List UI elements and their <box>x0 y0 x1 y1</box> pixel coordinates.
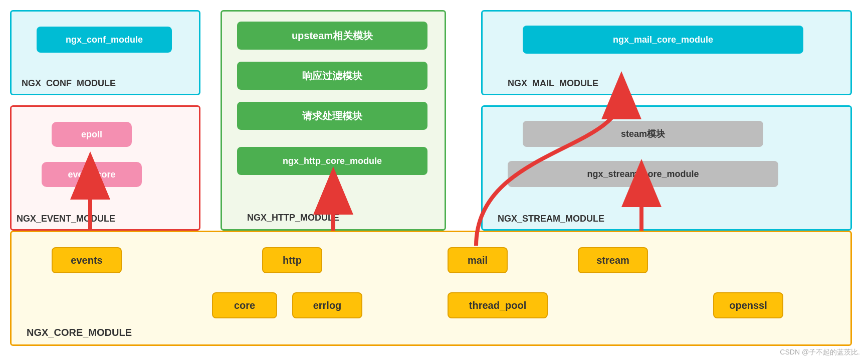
core-module-label: NGX_CORE_MODULE <box>27 327 132 338</box>
openssl-pill: openssl <box>713 292 783 318</box>
conf-module-box: ngx_conf_module NGX_CONF_MODULE <box>10 10 200 95</box>
filter-pill: 响应过滤模块 <box>237 62 427 90</box>
ngx-http-core-pill: ngx_http_core_module <box>237 147 427 175</box>
errlog-pill: errlog <box>292 292 362 318</box>
steam-module-pill: steam模块 <box>523 121 763 147</box>
ngx-stream-core-pill: ngx_stream_core_module <box>508 161 778 187</box>
main-container: NGX_CORE_MODULE events http mail stream … <box>0 0 868 361</box>
mail-module-box: ngx_mail_core_module NGX_MAIL_MODULE <box>481 10 852 95</box>
stream-module-box: steam模块 ngx_stream_core_module NGX_STREA… <box>481 105 852 231</box>
event-module-label: NGX_EVENT_MODULE <box>17 214 115 224</box>
watermark: CSDN @子不起的蓝茨比. <box>780 348 860 357</box>
upstream-pill: upsteam相关模块 <box>237 22 427 50</box>
ngx-mail-core-pill: ngx_mail_core_module <box>523 26 803 54</box>
epoll-pill: epoll <box>52 122 132 147</box>
mail-module-label: NGX_MAIL_MODULE <box>508 78 598 89</box>
http-module-label: NGX_HTTP_MODULE <box>247 213 339 223</box>
core-pill: core <box>212 292 277 318</box>
mail-pill: mail <box>448 247 508 273</box>
stream-pill: stream <box>578 247 648 273</box>
conf-module-label: NGX_CONF_MODULE <box>22 78 116 89</box>
ngx-conf-module-pill: ngx_conf_module <box>37 27 172 53</box>
event-module-box: epoll event_core NGX_EVENT_MODULE <box>10 105 200 231</box>
events-pill: events <box>52 247 122 273</box>
http-pill: http <box>262 247 322 273</box>
thread-pool-pill: thread_pool <box>448 292 548 318</box>
event-core-pill: event_core <box>42 162 142 187</box>
stream-module-label: NGX_STREAM_MODULE <box>498 214 604 224</box>
core-module-box: NGX_CORE_MODULE events http mail stream … <box>10 231 852 346</box>
request-pill: 请求处理模块 <box>237 102 427 130</box>
http-module-box: upsteam相关模块 响应过滤模块 请求处理模块 ngx_http_core_… <box>221 10 446 231</box>
